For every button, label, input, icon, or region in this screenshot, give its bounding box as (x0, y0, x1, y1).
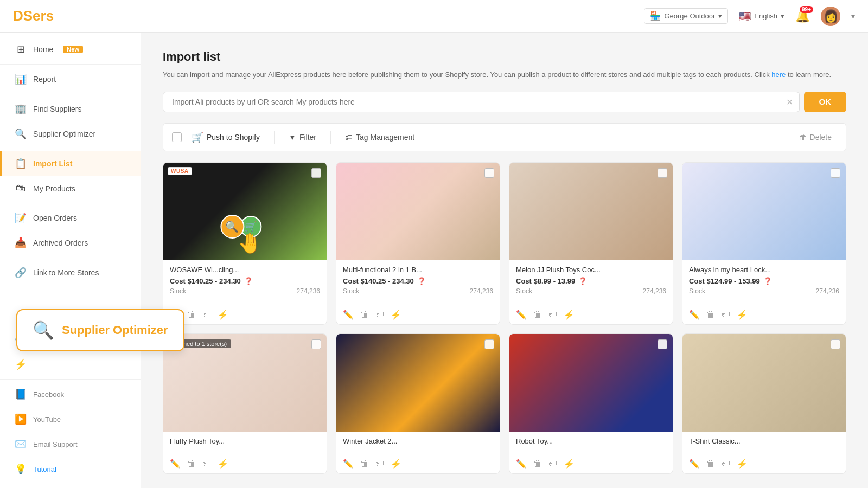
product-checkbox[interactable] (484, 168, 494, 178)
product-checkbox[interactable] (311, 168, 321, 178)
sidebar-item-supplier-optimizer[interactable]: 🔍 Supplier Optimizer (0, 121, 141, 146)
delete-icon[interactable]: 🗑 (706, 459, 715, 468)
divider (0, 64, 141, 65)
product-checkbox[interactable] (658, 339, 667, 349)
stock-label: Stock (689, 287, 705, 295)
edit-icon[interactable]: ✏️ (516, 310, 527, 320)
sidebar-item-tutorial[interactable]: 💡 Tutorial (0, 457, 141, 481)
product-checkbox[interactable] (311, 339, 321, 349)
product-checkbox[interactable] (831, 339, 840, 349)
delete-icon[interactable]: 🗑 (533, 459, 542, 468)
sidebar-item-customize[interactable]: ⚡ (0, 352, 141, 377)
tag-icon[interactable]: 🏷 (375, 310, 384, 319)
header-right: 🏪 George Outdoor ▾ 🇺🇸 English ▾ 🔔 99+ 👩 … (644, 7, 855, 26)
cursor-hand: 🤚 (238, 232, 262, 255)
product-name: Fluffy Plush Toy... (170, 437, 320, 445)
split-icon[interactable]: ⚡ (218, 459, 228, 469)
product-card-body: Winter Jacket 2... (336, 432, 500, 454)
split-icon[interactable]: ⚡ (218, 310, 228, 320)
delete-icon[interactable]: 🗑 (187, 310, 196, 319)
delete-icon: 🗑 (799, 133, 807, 142)
edit-icon[interactable]: ✏️ (343, 459, 354, 469)
tag-icon[interactable]: 🏷 (202, 459, 211, 468)
product-card: Winter Jacket 2... ✏️ 🗑 🏷 ⚡ (336, 333, 500, 474)
language-selector[interactable]: 🇺🇸 English ▾ (739, 10, 784, 22)
edit-icon[interactable]: ✏️ (170, 459, 181, 469)
product-card-body: Fluffy Plush Toy... (163, 432, 327, 454)
learn-more-link[interactable]: here (771, 70, 786, 79)
push-to-shopify-button[interactable]: 🛒 Push to Shopify (186, 129, 265, 145)
header: DSers 🏪 George Outdoor ▾ 🇺🇸 English ▾ 🔔 … (0, 0, 868, 33)
tooltip-label: Supplier Optimizer (62, 323, 168, 337)
sidebar-item-link-stores[interactable]: 🔗 Link to More Stores (0, 260, 141, 285)
tag-icon[interactable]: 🏷 (548, 310, 557, 319)
notification-badge: 99+ (800, 6, 813, 13)
tag-management-button[interactable]: 🏷 Tag Management (340, 131, 420, 144)
edit-icon[interactable]: ✏️ (689, 310, 700, 320)
tag-icon[interactable]: 🏷 (202, 310, 211, 319)
product-card-actions: ✏️ 🗑 🏷 ⚡ (336, 305, 500, 324)
avatar[interactable]: 👩 (821, 7, 840, 26)
cost-help-icon[interactable]: ❓ (763, 277, 772, 285)
sidebar-item-facebook[interactable]: 📘 Facebook (0, 382, 141, 407)
sidebar: ⊞ Home New 📊 Report 🏢 Find Suppliers 🔍 S… (0, 33, 141, 488)
split-icon[interactable]: ⚡ (391, 310, 401, 320)
language-label: English (754, 12, 777, 20)
divider (0, 94, 141, 94)
avatar-img: 👩 (824, 9, 838, 23)
sidebar-item-report[interactable]: 📊 Report (0, 67, 141, 92)
sidebar-item-my-products[interactable]: 🛍 My Products (0, 176, 141, 201)
archived-orders-icon: 📥 (15, 237, 27, 249)
product-checkbox[interactable] (658, 168, 667, 178)
search-input[interactable] (163, 92, 800, 112)
sidebar-item-home[interactable]: ⊞ Home New (0, 37, 141, 62)
product-card: WUSA 🔍 🛒 🤚 WOSAWE Wi...cling... Cost $14… (163, 162, 327, 325)
tag-icon[interactable]: 🏷 (375, 459, 384, 468)
product-card-actions: ✏️ 🗑 🏷 ⚡ (682, 454, 846, 473)
cost-help-icon[interactable]: ❓ (417, 277, 426, 285)
delete-icon[interactable]: 🗑 (360, 459, 369, 468)
select-all-checkbox[interactable] (172, 132, 182, 142)
sidebar-item-youtube[interactable]: ▶️ YouTube (0, 407, 141, 432)
edit-icon[interactable]: ✏️ (689, 459, 700, 469)
search-bar: ✕ OK (163, 92, 846, 112)
delete-button[interactable]: 🗑 Delete (794, 131, 837, 144)
split-icon[interactable]: ⚡ (737, 459, 748, 469)
edit-icon[interactable]: ✏️ (516, 459, 527, 469)
tag-icon[interactable]: 🏷 (722, 310, 730, 319)
delete-icon[interactable]: 🗑 (706, 310, 715, 319)
product-checkbox[interactable] (831, 168, 840, 178)
delete-icon[interactable]: 🗑 (533, 310, 542, 319)
split-icon[interactable]: ⚡ (564, 459, 575, 469)
sidebar-item-open-orders[interactable]: 📝 Open Orders (0, 206, 141, 230)
divider (0, 379, 141, 380)
cost-help-icon[interactable]: ❓ (244, 277, 253, 285)
split-icon[interactable]: ⚡ (564, 310, 575, 320)
notification-button[interactable]: 🔔 99+ (795, 9, 810, 23)
sidebar-item-archived-orders[interactable]: 📥 Archived Orders (0, 230, 141, 255)
cost-help-icon[interactable]: ❓ (578, 277, 587, 285)
product-card-actions: ✏️ 🗑 🏷 ⚡ (163, 305, 327, 324)
split-icon[interactable]: ⚡ (391, 459, 401, 469)
delete-icon[interactable]: 🗑 (187, 459, 196, 468)
shopify-icon: 🛒 (192, 131, 203, 143)
edit-icon[interactable]: ✏️ (343, 310, 354, 320)
stock-value: 274,236 (816, 287, 839, 295)
cost-row: Cost $8.99 - 13.99 ❓ (516, 277, 666, 285)
split-icon[interactable]: ⚡ (737, 310, 748, 320)
ok-button[interactable]: OK (804, 92, 847, 112)
sidebar-item-import-list[interactable]: 📋 Import List (0, 151, 141, 176)
tag-icon[interactable]: 🏷 (722, 459, 730, 468)
product-card-body: T-Shirt Classic... (682, 432, 846, 454)
clear-search-icon[interactable]: ✕ (786, 97, 793, 107)
store-selector[interactable]: 🏪 George Outdoor ▾ (644, 8, 728, 24)
delete-icon[interactable]: 🗑 (360, 310, 369, 319)
filter-button[interactable]: ▼ Filter (283, 131, 322, 144)
sidebar-item-label: Email Support (33, 440, 78, 448)
sidebar-item-label: Tutorial (33, 465, 56, 473)
sidebar-item-find-suppliers[interactable]: 🏢 Find Suppliers (0, 97, 141, 121)
product-checkbox[interactable] (484, 339, 494, 349)
tag-icon[interactable]: 🏷 (548, 459, 557, 468)
store-name: George Outdoor (664, 12, 715, 20)
sidebar-item-email-support[interactable]: ✉️ Email Support (0, 432, 141, 457)
